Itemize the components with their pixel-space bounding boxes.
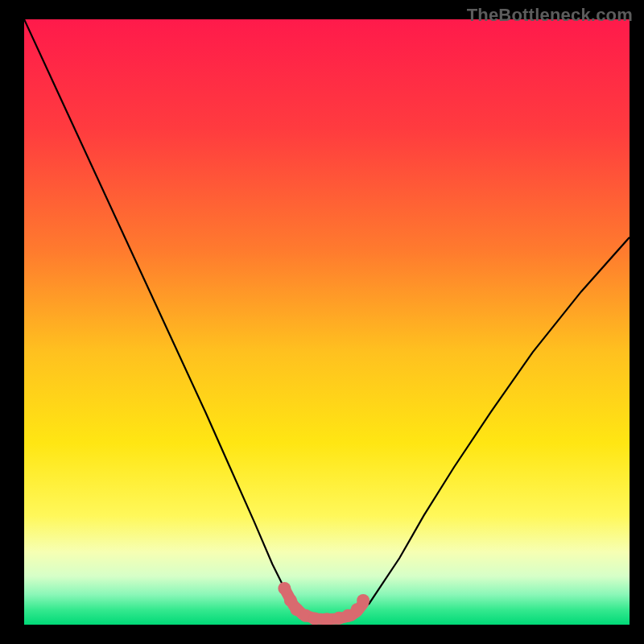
valley-marker — [278, 582, 291, 595]
valley-marker — [308, 612, 321, 625]
outer-frame: TheBottleneck.com — [0, 0, 644, 644]
plot-area — [24, 19, 630, 625]
gradient-background — [24, 19, 630, 625]
watermark-text: TheBottleneck.com — [467, 5, 633, 26]
chart-svg — [24, 19, 630, 625]
valley-marker — [357, 594, 369, 607]
